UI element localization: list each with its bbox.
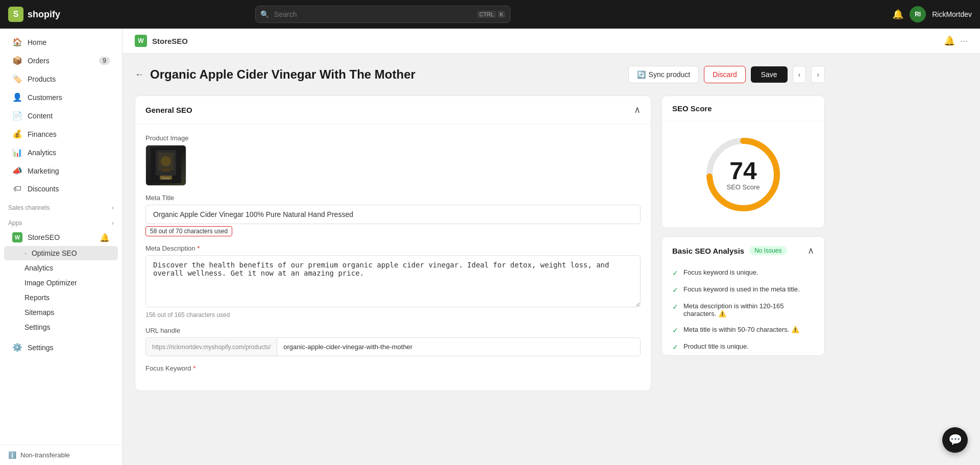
sidebar-label-analytics: Analytics <box>28 149 56 157</box>
search-input[interactable] <box>255 6 510 23</box>
seo-check-2: ✓ Focus keyword is used in the meta titl… <box>662 281 824 298</box>
username-label: RickMortdev <box>932 10 972 18</box>
storeseo-label: StoreSEO <box>28 233 60 241</box>
save-button[interactable]: Save <box>751 66 788 83</box>
content-icon: 📄 <box>12 111 22 120</box>
chat-button[interactable]: 💬 <box>942 427 968 453</box>
meta-description-textarea[interactable]: Discover the health benefits of our prem… <box>145 255 641 307</box>
chat-icon: 💬 <box>948 433 962 447</box>
focus-keyword-group: Focus Keyword <box>145 364 641 372</box>
sidebar-sub-item-image-optimizer[interactable]: Image Optimizer <box>4 276 118 290</box>
marketing-icon: 📣 <box>12 166 22 176</box>
check-icon-2: ✓ <box>672 286 678 294</box>
seo-check-label-4: Meta title is within 50-70 characters. ⚠… <box>683 326 799 333</box>
meta-description-group: Meta Description Discover the health ben… <box>145 244 641 319</box>
seo-score-card-header: SEO Score <box>662 96 824 121</box>
seo-analysis-title-area: Basic SEO Analysis No Issues <box>672 246 787 255</box>
shopify-logo[interactable]: S shopify <box>8 7 60 22</box>
sidebar-item-customers[interactable]: 👤 Customers <box>4 88 118 106</box>
sidebar-sub-item-optimize-seo[interactable]: · Optimize SEO <box>4 246 118 260</box>
sidebar-label-products: Products <box>28 75 56 83</box>
meta-description-label: Meta Description <box>145 244 641 252</box>
two-col-layout: General SEO ∧ Product Image <box>135 95 825 399</box>
sidebar: 🏠 Home 📦 Orders 9 🏷️ Products 👤 Customer… <box>0 29 122 465</box>
sub-sitemaps-label: Sitemaps <box>24 308 54 316</box>
seo-check-5: ✓ Product title is unique. <box>662 338 824 355</box>
apps-chevron-icon[interactable]: › <box>112 219 114 227</box>
sidebar-item-home[interactable]: 🏠 Home <box>4 33 118 51</box>
url-handle-label: URL handle <box>145 327 641 334</box>
sidebar-sub-item-reports[interactable]: Reports <box>4 290 118 305</box>
sub-settings-label: Settings <box>24 323 51 331</box>
check-icon-5: ✓ <box>672 343 678 351</box>
product-image-group: Product Image <box>145 134 641 186</box>
settings-icon: ⚙️ <box>12 342 22 352</box>
seo-analysis-header: Basic SEO Analysis No Issues ∧ <box>662 237 824 264</box>
sub-analytics-label: Analytics <box>24 264 53 272</box>
sync-product-button[interactable]: 🔄 Sync product <box>628 66 699 83</box>
sidebar-sub-item-analytics[interactable]: Analytics <box>4 261 118 275</box>
sync-label: Sync product <box>649 70 691 79</box>
sidebar-label-orders: Orders <box>28 57 50 65</box>
seo-check-label-1: Focus keyword is unique. <box>683 268 758 276</box>
apps-section: Apps › <box>0 213 122 229</box>
sidebar-item-products[interactable]: 🏷️ Products <box>4 70 118 88</box>
no-issues-badge: No Issues <box>749 246 787 255</box>
sidebar-item-discounts[interactable]: 🏷 Discounts <box>4 180 118 198</box>
app-more-options-icon[interactable]: ··· <box>960 36 968 46</box>
sidebar-label-home: Home <box>28 38 46 46</box>
sub-image-optimizer-label: Image Optimizer <box>24 279 77 287</box>
seo-check-4: ✓ Meta title is within 50-70 characters.… <box>662 322 824 338</box>
seo-analysis-card: Basic SEO Analysis No Issues ∧ ✓ Focus k… <box>662 236 825 356</box>
score-circle: 74 SEO Score <box>702 134 784 215</box>
side-column: SEO Score 74 SEO Score <box>662 95 825 364</box>
sub-reports-label: Reports <box>24 293 50 302</box>
settings-label: Settings <box>28 344 54 352</box>
notification-bell-icon[interactable]: 🔔 <box>892 9 903 20</box>
customers-icon: 👤 <box>12 92 22 102</box>
sidebar-item-content[interactable]: 📄 Content <box>4 107 118 125</box>
page-header: ← Organic Apple Cider Vinegar With The M… <box>135 66 825 83</box>
sales-channels-chevron-icon[interactable]: › <box>112 204 114 211</box>
warn-emoji-4: ⚠️ <box>791 326 799 333</box>
seo-check-3: ✓ Meta description is within 120-165 cha… <box>662 298 824 322</box>
app-header-title: StoreSEO <box>152 37 188 45</box>
finances-icon: 💰 <box>12 129 22 139</box>
product-image-placeholder: Diluted <box>146 145 186 185</box>
score-label: SEO Score <box>726 183 760 191</box>
optimize-seo-dot: · <box>24 249 27 257</box>
seo-analysis-toggle-icon[interactable]: ∧ <box>807 245 814 256</box>
seo-check-label-5: Product title is unique. <box>683 342 749 350</box>
sidebar-item-orders[interactable]: 📦 Orders 9 <box>4 52 118 69</box>
seo-score-title: SEO Score <box>672 104 712 113</box>
svg-rect-4 <box>162 169 170 172</box>
non-transferable-label: ℹ️ Non-transferable <box>8 451 114 459</box>
sidebar-item-finances[interactable]: 💰 Finances <box>4 125 118 143</box>
sidebar-sub-item-settings[interactable]: Settings <box>4 320 118 334</box>
sidebar-item-storeseo[interactable]: W StoreSEO 🔔 <box>4 229 118 246</box>
info-icon: ℹ️ <box>8 451 16 459</box>
back-button[interactable]: ← <box>135 69 144 80</box>
product-image-label: Product Image <box>145 134 641 142</box>
seo-checks-list: ✓ Focus keyword is unique. ✓ Focus keywo… <box>662 264 824 355</box>
url-slug[interactable]: organic-apple-cider-vinegar-with-the-mot… <box>277 338 640 356</box>
general-seo-card-header: General SEO ∧ <box>135 96 651 124</box>
sidebar-item-settings[interactable]: ⚙️ Settings <box>4 338 118 356</box>
sidebar-label-finances: Finances <box>28 130 57 138</box>
app-bell-icon[interactable]: 🔔 <box>944 35 955 46</box>
storeseo-bell-icon[interactable]: 🔔 <box>100 233 110 242</box>
avatar: RI <box>910 6 926 22</box>
shopify-logo-icon: S <box>8 7 23 22</box>
next-nav-button[interactable]: › <box>811 66 825 83</box>
score-number: 74 SEO Score <box>726 159 760 191</box>
prev-nav-button[interactable]: ‹ <box>793 66 806 83</box>
sidebar-sub-item-sitemaps[interactable]: Sitemaps <box>4 305 118 320</box>
orders-badge: 9 <box>99 57 110 65</box>
page-content: ← Organic Apple Cider Vinegar With The M… <box>122 54 837 411</box>
sidebar-item-marketing[interactable]: 📣 Marketing <box>4 162 118 180</box>
discard-button[interactable]: Discard <box>704 66 745 83</box>
seo-check-1: ✓ Focus keyword is unique. <box>662 264 824 281</box>
sidebar-item-analytics[interactable]: 📊 Analytics <box>4 143 118 161</box>
general-seo-toggle-icon[interactable]: ∧ <box>634 104 641 115</box>
meta-title-input[interactable] <box>145 205 641 224</box>
